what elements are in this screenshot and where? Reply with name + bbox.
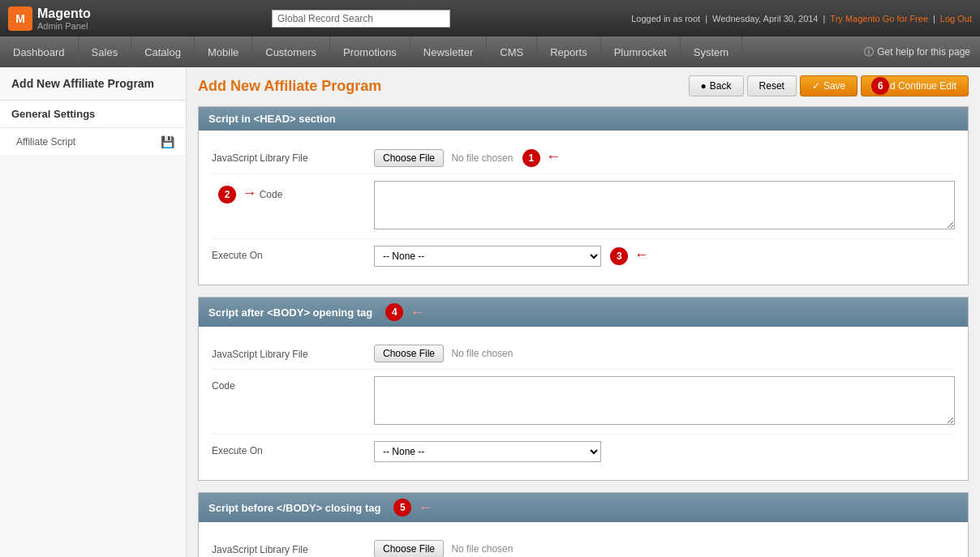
section-body-open-header: Script after <BODY> opening tag 4 ← bbox=[199, 298, 968, 327]
nav-item-reports[interactable]: Reports bbox=[537, 36, 601, 67]
section-body-close: Script before </BODY> closing tag 5 ← Ja… bbox=[198, 492, 969, 557]
body-open-execute-label: Execute On bbox=[212, 441, 374, 456]
arrow-4: ← bbox=[410, 304, 424, 321]
save-continue-button[interactable]: 6 nd Continue Edit bbox=[861, 75, 969, 96]
head-code-label: 2 → Code bbox=[212, 181, 374, 204]
help-icon: ⓘ bbox=[864, 45, 874, 59]
arrow-3: ← bbox=[634, 246, 649, 263]
nav-item-dashboard[interactable]: Dashboard bbox=[0, 36, 79, 67]
section-body-open-title: Script after <BODY> opening tag bbox=[208, 306, 372, 319]
badge-6: 6 bbox=[871, 77, 889, 95]
nav-item-customers[interactable]: Customers bbox=[252, 36, 330, 67]
head-js-library-row: JavaScript Library File Choose File No f… bbox=[212, 142, 955, 174]
nav-item-mobile[interactable]: Mobile bbox=[195, 36, 252, 67]
back-icon: ● bbox=[701, 80, 707, 92]
body-close-js-library-field: Choose File No file chosen bbox=[374, 540, 955, 557]
head-code-row: 2 → Code bbox=[212, 174, 955, 239]
action-buttons: ● Back Reset ✓ Save 6 nd Continue Edit bbox=[689, 75, 969, 96]
back-button[interactable]: ● Back bbox=[689, 75, 744, 96]
help-link[interactable]: ⓘ Get help for this page bbox=[854, 36, 980, 67]
nav-item-catalog[interactable]: Catalog bbox=[131, 36, 195, 67]
header-info: Logged in as root | Wednesday, April 30,… bbox=[631, 14, 972, 24]
section-body-close-body: JavaScript Library File Choose File No f… bbox=[199, 522, 968, 557]
page-title: Add New Affiliate Program bbox=[198, 78, 381, 95]
sidebar-title: Add New Affiliate Program bbox=[0, 67, 186, 101]
head-execute-row: Execute On -- None -- 3 ← bbox=[212, 239, 955, 273]
section-head-title: Script in <HEAD> section bbox=[208, 113, 336, 125]
body-open-code-textarea[interactable] bbox=[374, 376, 955, 425]
body-close-file-chosen-text: No file chosen bbox=[451, 543, 513, 555]
body-open-code-row: Code bbox=[212, 370, 955, 435]
section-body-close-title: Script before </BODY> closing tag bbox=[208, 502, 380, 514]
content-area: Add New Affiliate Program General Settin… bbox=[0, 67, 980, 557]
global-search-input[interactable] bbox=[272, 10, 450, 28]
arrow-5: ← bbox=[418, 499, 432, 516]
head-execute-select[interactable]: -- None -- bbox=[374, 246, 601, 267]
sidebar-item-general-settings[interactable]: General Settings bbox=[0, 101, 186, 128]
logo: M Magento Admin Panel bbox=[8, 6, 91, 31]
head-js-library-field: Choose File No file chosen 1 ← bbox=[374, 148, 955, 167]
body-open-code-label: Code bbox=[212, 376, 374, 392]
page-header: Add New Affiliate Program ● Back Reset ✓… bbox=[198, 75, 969, 96]
head-choose-file-button[interactable]: Choose File bbox=[374, 149, 444, 167]
section-head-body: JavaScript Library File Choose File No f… bbox=[199, 131, 968, 285]
save-icon: ✓ bbox=[812, 80, 820, 92]
sidebar-save-icon: 💾 bbox=[161, 135, 174, 148]
section-head: Script in <HEAD> section JavaScript Libr… bbox=[198, 106, 969, 285]
body-close-js-library-row: JavaScript Library File Choose File No f… bbox=[212, 533, 955, 557]
annotation-2: 2 bbox=[218, 186, 236, 204]
sidebar-affiliate-script-label: Affiliate Script bbox=[16, 136, 75, 148]
sidebar-item-affiliate-script[interactable]: Affiliate Script 💾 bbox=[0, 128, 186, 156]
body-open-execute-select[interactable]: -- None -- bbox=[374, 441, 601, 462]
logout-link[interactable]: Log Out bbox=[940, 14, 972, 24]
annotation-5: 5 bbox=[393, 499, 411, 516]
header: M Magento Admin Panel Logged in as root … bbox=[0, 0, 980, 36]
head-file-chosen-text: No file chosen bbox=[451, 152, 513, 164]
body-open-js-library-row: JavaScript Library File Choose File No f… bbox=[212, 338, 955, 370]
annotation-4: 4 bbox=[385, 303, 403, 321]
logged-in-text: Logged in as root bbox=[631, 14, 700, 24]
body-open-code-field bbox=[374, 376, 955, 427]
body-close-choose-file-button[interactable]: Choose File bbox=[374, 540, 444, 557]
head-execute-label: Execute On bbox=[212, 246, 374, 261]
section-body-close-header: Script before </BODY> closing tag 5 ← bbox=[199, 493, 968, 522]
try-magento-link[interactable]: Try Magento Go for Free bbox=[830, 14, 928, 24]
main-content: Add New Affiliate Program ● Back Reset ✓… bbox=[187, 67, 980, 557]
section-body-open: Script after <BODY> opening tag 4 ← Java… bbox=[198, 297, 969, 481]
arrow-2: → bbox=[242, 185, 256, 201]
main-nav: Dashboard Sales Catalog Mobile Customers… bbox=[0, 36, 980, 67]
body-open-js-library-label: JavaScript Library File bbox=[212, 345, 374, 360]
head-code-textarea[interactable] bbox=[374, 181, 955, 229]
head-js-library-label: JavaScript Library File bbox=[212, 148, 374, 164]
sidebar-general-settings-label: General Settings bbox=[11, 108, 95, 120]
section-body-open-body: JavaScript Library File Choose File No f… bbox=[199, 327, 968, 480]
head-code-field bbox=[374, 181, 955, 232]
annotation-1: 1 bbox=[522, 149, 540, 167]
magento-logo-icon: M bbox=[8, 6, 32, 31]
body-open-execute-row: Execute On -- None -- bbox=[212, 435, 955, 469]
nav-item-newsletter[interactable]: Newsletter bbox=[410, 36, 487, 67]
logo-text: Magento bbox=[37, 6, 91, 21]
nav-item-sales[interactable]: Sales bbox=[79, 36, 132, 67]
arrow-1: ← bbox=[546, 148, 561, 165]
body-close-js-library-label: JavaScript Library File bbox=[212, 540, 374, 555]
nav-item-cms[interactable]: CMS bbox=[487, 36, 537, 67]
annotation-3: 3 bbox=[610, 247, 628, 265]
save-button[interactable]: ✓ Save bbox=[800, 75, 858, 96]
section-head-header: Script in <HEAD> section bbox=[199, 107, 968, 131]
body-open-choose-file-button[interactable]: Choose File bbox=[374, 345, 444, 362]
reset-button[interactable]: Reset bbox=[747, 75, 797, 96]
nav-item-system[interactable]: System bbox=[681, 36, 742, 67]
global-search-area bbox=[103, 10, 619, 28]
logo-subtext: Admin Panel bbox=[37, 21, 91, 31]
sidebar: Add New Affiliate Program General Settin… bbox=[0, 67, 187, 557]
date-text: Wednesday, April 30, 2014 bbox=[712, 14, 818, 24]
nav-item-promotions[interactable]: Promotions bbox=[330, 36, 410, 67]
head-execute-field: -- None -- 3 ← bbox=[374, 246, 955, 267]
nav-item-plumrocket[interactable]: Plumrocket bbox=[601, 36, 681, 67]
body-open-file-chosen-text: No file chosen bbox=[451, 348, 513, 359]
body-open-js-library-field: Choose File No file chosen bbox=[374, 345, 955, 362]
body-open-execute-field: -- None -- bbox=[374, 441, 955, 462]
